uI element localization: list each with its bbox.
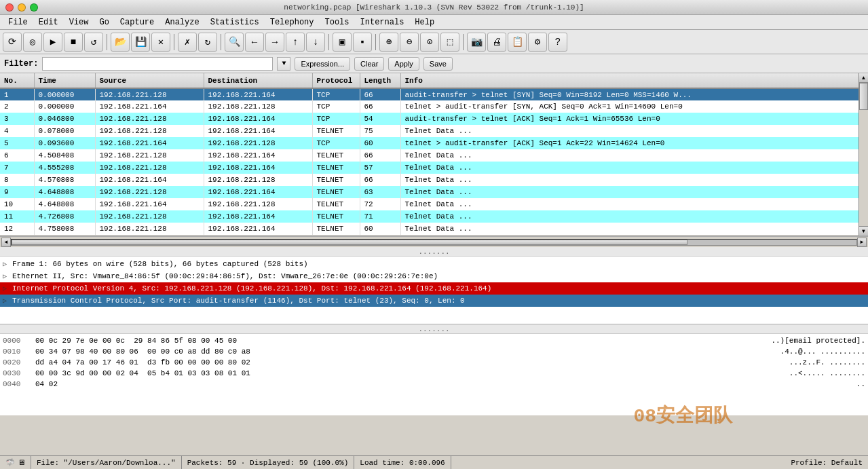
scroll-track[interactable] [859,83,868,226]
table-cell: 71 [360,210,400,223]
close-button[interactable] [5,3,14,12]
apply-button[interactable]: Apply [388,57,419,71]
expand-icon[interactable]: ▷ [3,297,12,305]
table-row[interactable]: 74.555208192.168.221.128192.168.221.164T… [0,162,868,174]
scroll-down-arrow[interactable]: ▼ [859,226,869,236]
cap1-btn[interactable]: 📷 [467,33,486,52]
detail-row[interactable]: ▷Frame 1: 66 bytes on wire (528 bits), 6… [0,258,868,270]
table-row[interactable]: 30.046800192.168.221.128192.168.221.164T… [0,113,868,125]
menu-item-internals[interactable]: Internals [355,16,410,29]
col-header-time[interactable]: Time [34,73,95,88]
status-file: File: "/Users/Aaron/Downloa..." [31,456,182,469]
hex-row: 000000 0c 29 7e 0e 00 0c 29 84 86 5f 08 … [3,335,865,346]
col-header-no[interactable]: No. [0,73,34,88]
hscroll-track[interactable] [11,239,857,246]
delete-btn[interactable]: ✗ [178,33,197,52]
detail-row[interactable]: ▷Transmission Control Protocol, Src Port… [0,295,868,307]
toolbar-separator [107,34,107,50]
maximize-button[interactable] [30,3,38,12]
menu-item-tools[interactable]: Tools [320,16,355,29]
table-header-row: No. Time Source Destination Protocol Len… [0,73,868,88]
expand-icon[interactable]: ▷ [3,260,12,268]
menu-item-edit[interactable]: Edit [33,16,64,29]
menubar: FileEditViewGoCaptureAnalyzeStatisticsTe… [0,15,868,30]
menu-item-analyze[interactable]: Analyze [159,16,204,29]
zoomout-btn[interactable]: ⊖ [400,33,419,52]
col-header-destination[interactable]: Destination [204,73,312,88]
detail-row[interactable]: ▷Internet Protocol Version 4, Src: 192.1… [0,282,868,295]
menu-item-view[interactable]: View [64,16,94,29]
table-row[interactable]: 124.758008192.168.221.128192.168.221.164… [0,223,868,235]
table-row[interactable]: 10.000000192.168.221.128192.168.221.164T… [0,88,868,100]
expression-button[interactable]: Expression... [295,57,350,71]
menu-item-telephony[interactable]: Telephony [265,16,320,29]
capture-opts-btn[interactable]: ◎ [23,33,42,52]
scroll-up-arrow[interactable]: ▲ [859,73,869,83]
resize-btn[interactable]: ⬚ [440,33,459,52]
new-capture-btn[interactable]: ⟳ [3,33,22,52]
menu-item-statistics[interactable]: Statistics [205,16,265,29]
close-btn[interactable]: ✕ [151,33,170,52]
table-row[interactable]: 64.508408192.168.221.128192.168.221.164T… [0,149,868,162]
open-btn[interactable]: 📂 [111,33,130,52]
table-cell: 8 [0,174,34,186]
first-btn[interactable]: ↑ [286,33,305,52]
table-cell: 4.758008 [34,223,95,235]
cap3-btn[interactable]: 📋 [508,33,527,52]
stop-btn[interactable]: ■ [64,33,83,52]
col-header-source[interactable]: Source [95,73,204,88]
table-row[interactable]: 104.648808192.168.221.164192.168.221.128… [0,198,868,210]
find-btn[interactable]: 🔍 [225,33,244,52]
clear-button[interactable]: Clear [354,57,384,71]
last-btn[interactable]: ↓ [306,33,325,52]
expand-icon[interactable]: ▷ [3,272,12,280]
table-cell: 0.000000 [34,88,95,100]
filter-dropdown-arrow[interactable]: ▼ [277,57,290,71]
menu-item-capture[interactable]: Capture [115,16,159,29]
minimize-button[interactable] [18,3,26,12]
table-row[interactable]: 20.000000192.168.221.164192.168.221.128T… [0,100,868,113]
cap2-btn[interactable]: 🖨 [487,33,506,52]
hscroll-thumb[interactable] [12,240,687,245]
vertical-scrollbar[interactable]: ▲ ▼ [858,73,868,236]
col-header-info[interactable]: Info [400,73,868,88]
settings-btn[interactable]: ⚙ [528,33,547,52]
table-cell: 192.168.221.128 [95,125,204,137]
window-controls[interactable] [5,3,38,12]
scroll-thumb[interactable] [859,83,868,110]
col1-btn[interactable]: ▣ [333,33,352,52]
table-row[interactable]: 94.648808192.168.221.128192.168.221.164T… [0,186,868,198]
detail-row[interactable]: ▷Ethernet II, Src: Vmware_84:86:5f (00:0… [0,270,868,282]
expand-icon[interactable]: ▷ [3,284,12,293]
col2-btn[interactable]: ▪ [353,33,372,52]
menu-item-go[interactable]: Go [94,16,114,29]
zoomreset-btn[interactable]: ⊙ [420,33,439,52]
save-button[interactable]: Save [423,57,453,71]
hscroll-right-arrow[interactable]: ► [857,238,867,247]
next-btn[interactable]: → [265,33,284,52]
col-header-length[interactable]: Length [360,73,400,88]
prev-btn[interactable]: ← [245,33,264,52]
save-btn[interactable]: 💾 [131,33,150,52]
table-cell: 192.168.221.164 [95,100,204,113]
menu-item-help[interactable]: Help [409,16,440,29]
help-btn[interactable]: ? [548,33,567,52]
col-header-protocol[interactable]: Protocol [312,73,360,88]
table-row[interactable]: 50.093600192.168.221.164192.168.221.128T… [0,137,868,149]
table-row[interactable]: 40.078000192.168.221.128192.168.221.164T… [0,125,868,137]
packet-table: No. Time Source Destination Protocol Len… [0,73,868,235]
hex-row: 003000 00 3c 9d 00 00 02 04 05 b4 01 03 … [3,368,865,379]
restart-btn[interactable]: ↺ [84,33,103,52]
hscroll-left-arrow[interactable]: ◄ [1,238,11,247]
table-cell: Telnet Data ... [400,174,868,186]
zoomin-btn[interactable]: ⊕ [379,33,398,52]
table-cell: 192.168.221.128 [95,186,204,198]
filter-input[interactable] [42,57,273,71]
horizontal-scrollbar[interactable]: ◄ ► [0,236,868,247]
table-row[interactable]: 84.570808192.168.221.164192.168.221.128T… [0,174,868,186]
menu-item-file[interactable]: File [3,16,33,29]
start-btn[interactable]: ▶ [43,33,62,52]
reload-btn[interactable]: ↻ [198,33,217,52]
detail-text: Frame 1: 66 bytes on wire (528 bits), 66… [12,260,865,268]
table-row[interactable]: 114.726808192.168.221.128192.168.221.164… [0,210,868,223]
